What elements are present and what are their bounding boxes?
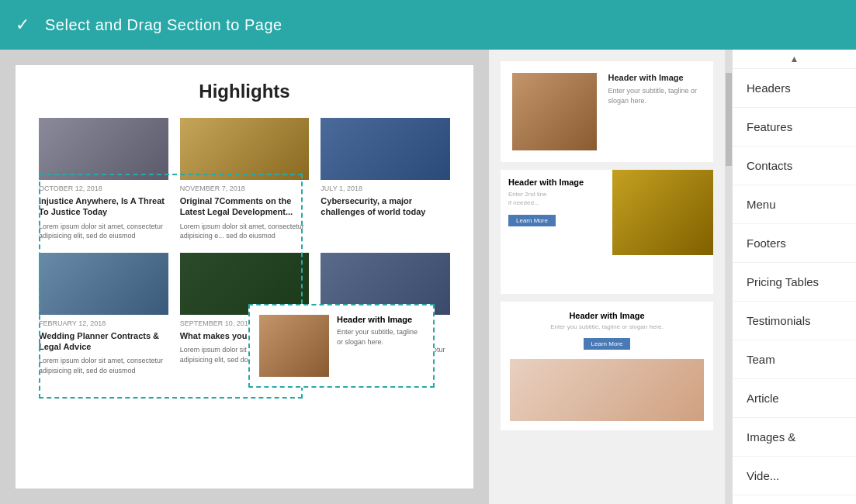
blog-text: Lorem ipsum dolor sit amet, consectetur … [39, 356, 168, 375]
sidebar-item-menu[interactable]: Menu [733, 185, 856, 224]
sidebar-item-contacts[interactable]: Contacts [733, 147, 856, 185]
blog-image [180, 118, 310, 180]
preview-learn-more-button[interactable]: Learn More [508, 215, 556, 226]
preview-card-subtitle: Enter your subtitle, tagline or slogan h… [608, 86, 702, 105]
drag-preview-image [259, 315, 329, 377]
sidebar-item-headers[interactable]: Headers [733, 69, 856, 108]
blog-item: OCTOBER 12, 2018 Injustice Anywhere, Is … [39, 118, 168, 241]
preview-card-title: Header with Image [608, 73, 702, 82]
preview-card-content: Header with Image Enter your subtitle, t… [608, 73, 702, 105]
blog-image [321, 118, 450, 180]
blog-headline: Wedding Planner Contracts & Legal Advice [39, 330, 168, 353]
preview-card-image [612, 170, 713, 255]
preview-card-title: Header with Image [508, 178, 605, 187]
sidebar-item-images[interactable]: Images & [733, 418, 856, 457]
highlights-title: Highlights [39, 81, 450, 102]
blog-headline: Cybersecurity, a major challenges of wor… [321, 195, 450, 218]
drag-preview-title: Header with Image [337, 315, 424, 324]
drag-preview-card[interactable]: Header with Image Enter your subtitle, t… [248, 304, 435, 388]
blog-headline: Injustice Anywhere, Is A Threat To Justi… [39, 195, 168, 218]
preview-card-2[interactable]: Header with Image Enter 2nd lineif neede… [501, 170, 713, 294]
preview-card-inner: Header with Image Enter you subtitle, ta… [501, 302, 713, 359]
preview-card-layout: Header with Image Enter 2nd lineif neede… [501, 170, 713, 255]
blog-item: NOVEMBER 7, 2018 Original 7Comments on t… [180, 118, 310, 241]
preview-card-1[interactable]: Header with Image Enter your subtitle, t… [501, 61, 713, 162]
left-panel: Highlights OCTOBER 12, 2018 Injustice An… [0, 50, 489, 504]
sidebar-item-article[interactable]: Article [733, 379, 856, 418]
blog-grid-top: OCTOBER 12, 2018 Injustice Anywhere, Is … [39, 118, 450, 241]
blog-date: NOVEMBER 7, 2018 [180, 185, 310, 192]
preview-card-image-bottom [510, 359, 704, 421]
sidebar-item-features[interactable]: Features [733, 108, 856, 147]
blog-text: Lorem ipsum dolor sit amet, consectetur … [180, 222, 310, 241]
drag-preview-subtitle: Enter your subtitle, tagline or slogan h… [337, 327, 424, 347]
sidebar-item-team[interactable]: Team [733, 340, 856, 379]
blog-image [39, 253, 168, 315]
scroll-thumb[interactable] [726, 73, 732, 166]
preview-card-image [512, 73, 597, 150]
preview-learn-more-button-2[interactable]: Learn More [584, 338, 631, 350]
blog-headline: Original 7Comments on the Latest Legal D… [180, 195, 310, 218]
sidebar-item-footers[interactable]: Footers [733, 224, 856, 263]
preview-card-title: Header with Image [510, 311, 704, 320]
scroll-track[interactable] [726, 50, 732, 504]
sidebar-item-pricing-tables[interactable]: Pricing Tables [733, 263, 856, 302]
blog-date: JULY 1, 2018 [321, 185, 450, 192]
center-preview: Header with Image Enter your subtitle, t… [489, 50, 726, 504]
section-sidebar: ▲ Headers Features Contacts Menu Footers… [732, 50, 856, 504]
drag-preview-content: Header with Image Enter your subtitle, t… [337, 315, 424, 347]
top-bar: ✓ Select and Drag Section to Page [0, 0, 856, 50]
sidebar-item-video[interactable]: Vide... [733, 457, 856, 495]
main-content: Highlights OCTOBER 12, 2018 Injustice An… [0, 50, 856, 504]
blog-item: FEBRUARY 12, 2018 Wedding Planner Contra… [39, 253, 168, 376]
page-title: Select and Drag Section to Page [45, 16, 282, 34]
scroll-up-arrow[interactable]: ▲ [733, 50, 856, 69]
sidebar-item-testimonials[interactable]: Testimonials [733, 302, 856, 340]
preview-card-3[interactable]: Header with Image Enter you subtitle, ta… [501, 302, 713, 430]
blog-item: JULY 1, 2018 Cybersecurity, a major chal… [321, 118, 450, 241]
blog-text: Lorem ipsum dolor sit amet, consectetur … [39, 222, 168, 241]
page-preview: Highlights OCTOBER 12, 2018 Injustice An… [16, 65, 473, 488]
preview-card-subtitle: Enter 2nd lineif needed... [508, 190, 605, 207]
check-icon: ✓ [16, 15, 29, 35]
blog-image [39, 118, 168, 180]
preview-card-subtitle: Enter you subtitle, tagline or slogan he… [510, 323, 704, 330]
right-panel: Header with Image Enter your subtitle, t… [489, 50, 856, 504]
blog-date: OCTOBER 12, 2018 [39, 185, 168, 192]
blog-date: FEBRUARY 12, 2018 [39, 319, 168, 327]
preview-card-left: Header with Image Enter 2nd lineif neede… [501, 170, 612, 255]
